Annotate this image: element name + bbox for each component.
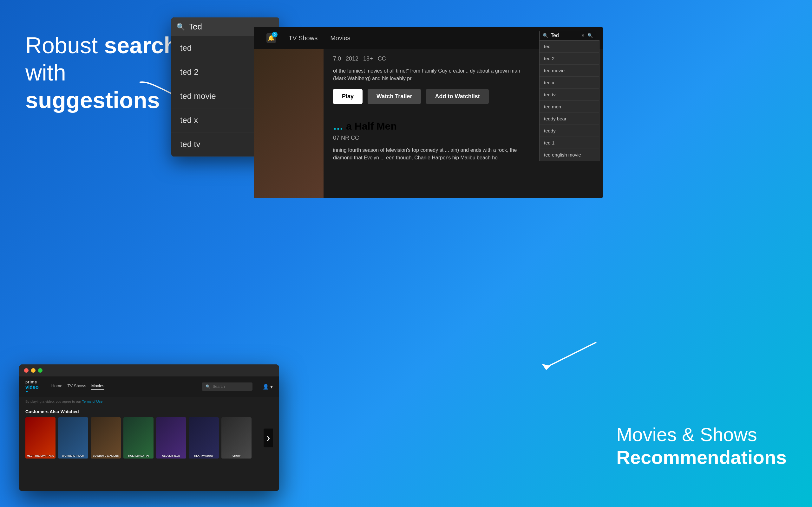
tv-search-dropdown: ted ted 2 ted movie ted x ted tv ted men… (539, 40, 600, 161)
movie-label-2: Cowboys & Aliens (91, 454, 121, 457)
prime-video-text: video (26, 384, 39, 390)
tv-panel: 🔔 0 TV Shows Movies 🔍 ✕ 🔍 ted ted 2 ted … (254, 27, 603, 198)
tv-suggestion-2[interactable]: ted movie (540, 65, 599, 77)
desktop-titlebar (19, 364, 279, 377)
bottom-right-section: Movies & Shows Recommendations (616, 424, 786, 469)
movie-label-0: Meet the Spartans (26, 454, 55, 457)
tv-search-submit[interactable]: 🔍 (588, 33, 593, 38)
movie-grid-container: Meet the Spartans Wonderstruck Cowboys &… (26, 417, 273, 458)
desktop-nav-links: Home TV Shows Movies (51, 383, 104, 390)
desktop-nav: prime video ▼ Home TV Shows Movies 🔍 👤 ▾ (19, 377, 279, 397)
movie-label-4: Cloverfield (156, 454, 186, 457)
tv-suggestion-1[interactable]: ted 2 (540, 53, 599, 65)
tv-suggestion-8[interactable]: ted 1 (540, 137, 599, 149)
arrow2-icon (539, 336, 603, 374)
svg-marker-1 (542, 364, 550, 370)
movie-label-6: Show (221, 454, 252, 457)
movie-grid: Meet the Spartans Wonderstruck Cowboys &… (26, 417, 273, 458)
tv-search-input[interactable] (551, 33, 578, 38)
tv-suggestion-7[interactable]: teddy (540, 125, 599, 137)
tv-search-icon: 🔍 (543, 33, 548, 38)
movie-card-inner-1: Wonderstruck (58, 417, 88, 458)
tv-watchlist-button[interactable]: Add to Watchlist (426, 89, 489, 104)
movie-card-inner-2: Cowboys & Aliens (91, 417, 121, 458)
movie-card-inner-3: Tiger Zinda Hai (123, 417, 154, 458)
movie-card-inner-0: Meet the Spartans (26, 417, 55, 458)
movie-card-6[interactable]: Show (221, 417, 252, 458)
tv-suggestion-6[interactable]: teddy bear (540, 113, 599, 125)
window-minimize-dot[interactable] (31, 368, 36, 373)
tv-nav: 🔔 0 TV Shows Movies 🔍 ✕ 🔍 ted ted 2 ted … (254, 27, 603, 49)
notification-bell[interactable]: 🔔 0 (266, 33, 276, 43)
headline-robust: Robust (26, 33, 98, 58)
desktop-search-icon: 🔍 (206, 384, 210, 389)
customers-title: Customers Also Watched (26, 409, 273, 414)
notification-badge: 0 (272, 32, 277, 38)
terms-link[interactable]: Terms of Use (82, 400, 102, 403)
movie-card-inner-5: Rear Window (189, 417, 219, 458)
user-account-icon[interactable]: 👤 ▾ (263, 384, 273, 390)
tv-suggestion-3[interactable]: ted x (540, 77, 599, 89)
window-maximize-dot[interactable] (38, 368, 43, 373)
search-icon: 🔍 (176, 23, 185, 31)
movie-card-0[interactable]: Meet the Spartans (26, 417, 55, 458)
tv-second-desc: inning fourth season of television's top… (333, 147, 523, 162)
movie-label-3: Tiger Zinda Hai (123, 454, 154, 457)
desktop-app: prime video ▼ Home TV Shows Movies 🔍 👤 ▾… (19, 364, 279, 491)
customers-section: Customers Also Watched Meet the Spartans… (19, 406, 279, 462)
tv-suggestion-4[interactable]: ted tv (540, 89, 599, 101)
tv-movie-poster (254, 49, 323, 198)
movie-label-5: Rear Window (189, 454, 219, 457)
next-button[interactable]: ❯ (264, 429, 273, 447)
tv-search-container: 🔍 ✕ 🔍 ted ted 2 ted movie ted x ted tv t… (539, 31, 596, 40)
bottom-line2-bold: Recommendations (616, 447, 786, 468)
tv-play-button[interactable]: Play (333, 89, 362, 104)
window-close-dot[interactable] (24, 368, 29, 373)
movie-card-inner-4: Cloverfield (156, 417, 186, 458)
desktop-search-bar: 🔍 (202, 383, 252, 391)
bottom-line1: Movies & Shows (616, 424, 786, 446)
tv-content-desc: of the funniest movies of all time!" fro… (333, 67, 523, 82)
tv-suggestion-0[interactable]: ted (540, 41, 599, 53)
desktop-nav-home[interactable]: Home (51, 383, 62, 390)
movie-card-4[interactable]: Cloverfield (156, 417, 186, 458)
movie-card-3[interactable]: Tiger Zinda Hai (123, 417, 154, 458)
movie-card-5[interactable]: Rear Window (189, 417, 219, 458)
tv-nav-movies[interactable]: Movies (330, 35, 350, 42)
headline-search-bold: search (104, 33, 177, 58)
tv-search-bar: 🔍 ✕ 🔍 (539, 31, 596, 40)
tv-nav-tvshows[interactable]: TV Shows (289, 35, 317, 42)
prime-video-logo: prime video ▼ (26, 380, 39, 394)
tv-search-clear[interactable]: ✕ (581, 33, 585, 38)
tv-suggestion-9[interactable]: ted english movie (540, 149, 599, 161)
movie-card-inner-6: Show (221, 417, 252, 458)
terms-bar: By playing a video, you agree to our Ter… (19, 397, 279, 406)
prime-text: prime (26, 380, 38, 384)
desktop-nav-movies[interactable]: Movies (91, 383, 104, 390)
tv-suggestion-5[interactable]: ted men (540, 101, 599, 113)
desktop-search-input[interactable] (213, 384, 249, 389)
movie-label-1: Wonderstruck (58, 454, 88, 457)
desktop-nav-tvshows[interactable]: TV Shows (67, 383, 86, 390)
tv-trailer-button[interactable]: Watch Trailer (368, 89, 421, 104)
headline-with: with (26, 60, 66, 85)
movie-card-2[interactable]: Cowboys & Aliens (91, 417, 121, 458)
movie-card-1[interactable]: Wonderstruck (58, 417, 88, 458)
prime-arrow-icon: ▼ (26, 390, 29, 394)
